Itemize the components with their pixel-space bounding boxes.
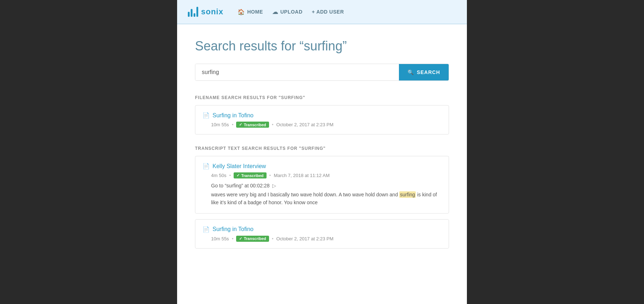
transcript-result-0-meta: 4m 50s • ✓ Transcribed • March 7, 2018 a… <box>203 172 441 178</box>
transcript-result-1-title-row: 📄 Surfing in Tofino <box>203 226 441 233</box>
dot-4: • <box>269 173 271 178</box>
check-icon: ✓ <box>239 122 242 127</box>
transcript-result-0-duration: 4m 50s <box>211 173 226 178</box>
filename-result-0-meta: 10m 55s • ✓ Transcribed • October 2, 201… <box>203 122 441 128</box>
transcript-result-1-meta: 10m 55s • ✓ Transcribed • October 2, 201… <box>203 236 441 242</box>
page-title-query: surfing <box>304 39 342 53</box>
search-button[interactable]: 🔍 SEARCH <box>399 64 449 80</box>
logo-text: sonix <box>201 7 223 16</box>
page-title-suffix: ” <box>342 39 347 53</box>
filename-result-0-title-row: 📄 Surfing in Tofino <box>203 112 441 119</box>
transcript-result-0-status: Transcribed <box>241 173 263 178</box>
dot-1: • <box>232 122 234 127</box>
play-icon[interactable]: ▷ <box>272 183 276 188</box>
excerpt-highlight: surfing <box>399 191 416 198</box>
app-header: sonix 🏠 HOME ☁ UPLOAD + ADD USER <box>177 0 467 24</box>
filename-result-0-status-badge: ✓ Transcribed <box>236 122 269 128</box>
page-title: Search results for “surfing” <box>195 39 449 54</box>
transcript-result-1-date: October 2, 2017 at 2:23 PM <box>276 236 333 241</box>
transcript-result-1-status-badge: ✓ Transcribed <box>236 236 269 242</box>
search-icon: 🔍 <box>408 69 414 75</box>
filename-section-header: FILENAME SEARCH RESULTS FOR "SURFING" <box>195 95 449 100</box>
transcript-results-section: TRANSCRIPT TEXT SEARCH RESULTS FOR "SURF… <box>195 146 449 249</box>
search-bar: 🔍 SEARCH <box>195 64 449 81</box>
transcript-result-1: 📄 Surfing in Tofino 10m 55s • ✓ Transcri… <box>195 219 449 249</box>
file-icon: 📄 <box>203 112 210 119</box>
search-button-label: SEARCH <box>417 69 440 75</box>
nav: 🏠 HOME ☁ UPLOAD + ADD USER <box>234 6 456 18</box>
check-icon-3: ✓ <box>239 236 242 241</box>
dot-5: • <box>232 236 234 241</box>
transcript-excerpt: waves were very big and I basically two … <box>203 191 441 207</box>
filename-result-0-link[interactable]: Surfing in Tofino <box>213 112 253 119</box>
search-input[interactable] <box>195 64 399 80</box>
nav-upload-label: UPLOAD <box>280 9 302 15</box>
transcript-result-1-link[interactable]: Surfing in Tofino <box>213 226 253 232</box>
dot-2: • <box>272 122 274 127</box>
file-icon-3: 📄 <box>203 226 210 233</box>
check-icon-2: ✓ <box>236 173 240 178</box>
transcript-result-1-status: Transcribed <box>244 236 266 241</box>
transcript-result-1-duration: 10m 55s <box>211 236 229 241</box>
file-icon-2: 📄 <box>203 163 210 170</box>
filename-result-0-duration: 10m 55s <box>211 122 229 127</box>
add-user-button[interactable]: + ADD USER <box>308 7 348 17</box>
main-content: Search results for “surfing” 🔍 SEARCH FI… <box>177 24 467 304</box>
transcript-section-header: TRANSCRIPT TEXT SEARCH RESULTS FOR "SURF… <box>195 146 449 151</box>
transcript-result-0-link[interactable]: Kelly Slater Interview <box>213 163 266 170</box>
transcript-result-0: 📄 Kelly Slater Interview 4m 50s • ✓ Tran… <box>195 156 449 214</box>
filename-result-0-date: October 2, 2017 at 2:23 PM <box>276 122 333 127</box>
nav-upload[interactable]: ☁ UPLOAD <box>269 6 306 18</box>
transcript-result-0-status-badge: ✓ Transcribed <box>234 172 266 178</box>
dot-6: • <box>272 236 274 241</box>
filename-result-0-status: Transcribed <box>244 123 266 127</box>
logo[interactable]: sonix <box>188 7 223 17</box>
transcript-result-0-date: March 7, 2018 at 11:12 AM <box>274 173 330 178</box>
excerpt-before: waves were very big and I basically two … <box>211 192 399 197</box>
nav-home[interactable]: 🏠 HOME <box>234 6 267 18</box>
logo-icon <box>188 7 198 17</box>
goto-label-row: Go to “surfing” at 00:02:28 ▷ <box>203 183 441 188</box>
upload-icon: ☁ <box>272 9 278 15</box>
home-icon: 🏠 <box>238 9 245 15</box>
dot-3: • <box>229 173 231 178</box>
goto-link[interactable]: Go to “surfing” at 00:02:28 <box>211 183 269 188</box>
filename-results-section: FILENAME SEARCH RESULTS FOR "SURFING" 📄 … <box>195 95 449 134</box>
filename-result-0: 📄 Surfing in Tofino 10m 55s • ✓ Transcri… <box>195 105 449 134</box>
page-title-prefix: Search results for “ <box>195 39 304 53</box>
nav-home-label: HOME <box>247 9 263 15</box>
add-user-label: + ADD USER <box>312 9 344 15</box>
transcript-result-0-title-row: 📄 Kelly Slater Interview <box>203 163 441 170</box>
